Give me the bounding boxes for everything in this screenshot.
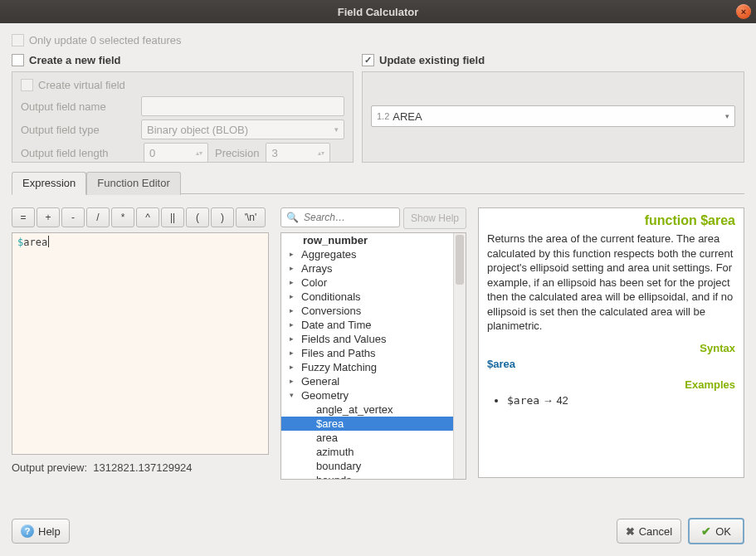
only-update-selected-label: Only update 0 selected features [29, 34, 182, 46]
checkbox-icon [12, 34, 24, 46]
tree-item-dollar-area[interactable]: $area [281, 417, 466, 431]
help-button-label: Help [38, 525, 61, 538]
help-icon: ? [21, 524, 34, 538]
checkbox-icon[interactable] [12, 54, 24, 66]
tree-item-angle-at-vertex[interactable]: angle_at_vertex [281, 402, 466, 417]
stepper-icon: ▴▾ [196, 149, 202, 157]
op-concat-button[interactable]: || [161, 207, 184, 227]
update-existing-field-label: Update existing field [379, 54, 485, 66]
tree-cat-fuzzy[interactable]: Fuzzy Matching [281, 360, 466, 374]
help-example-result: 42 [556, 394, 568, 407]
help-example-code: $area [507, 394, 539, 407]
expression-editor[interactable]: $area [12, 232, 269, 455]
chevron-down-icon: ▾ [334, 125, 339, 134]
output-preview-value: 1312821.137129924 [93, 461, 192, 474]
tab-function-editor[interactable]: Function Editor [86, 172, 180, 195]
tree-cat-conversions[interactable]: Conversions [281, 304, 466, 318]
only-update-selected-checkbox: Only update 0 selected features [12, 34, 182, 46]
existing-field-panel: 1.2 AREA ▾ [362, 71, 744, 163]
existing-field-value: AREA [393, 110, 422, 123]
output-field-name-input [141, 96, 344, 116]
output-preview-label: Output preview: [12, 461, 87, 474]
help-body: Returns the area of the current feature.… [487, 232, 735, 334]
search-icon: 🔍 [286, 212, 299, 223]
tree-item-boundary[interactable]: boundary [281, 459, 466, 473]
create-new-field-label: Create a new field [29, 54, 121, 66]
op-plus-button[interactable]: + [37, 207, 60, 227]
tree-cat-arrays[interactable]: Arrays [281, 261, 466, 276]
tree-cat-date-time[interactable]: Date and Time [281, 318, 466, 332]
checkbox-icon[interactable]: ✓ [362, 54, 374, 66]
cancel-button[interactable]: ✖ Cancel [617, 519, 681, 544]
create-virtual-field-checkbox: Create virtual field [21, 79, 125, 91]
tree-item-azimuth[interactable]: azimuth [281, 445, 466, 459]
window-title: Field Calculator [0, 6, 756, 18]
existing-field-select[interactable]: 1.2 AREA ▾ [371, 105, 735, 127]
operator-row: = + - / * ^ || ( ) '\n' [12, 207, 269, 227]
help-syntax-value: $area [487, 358, 735, 370]
op-minus-button[interactable]: - [61, 207, 85, 227]
close-icon: ✖ [626, 525, 635, 538]
help-syntax-label: Syntax [487, 342, 735, 354]
search-input[interactable] [302, 211, 394, 224]
scrollbar-thumb[interactable] [456, 235, 464, 285]
ok-button-label: OK [715, 525, 731, 538]
checkbox-icon [21, 79, 33, 91]
chevron-down-icon: ▾ [725, 112, 729, 120]
title-bar: Field Calculator × [0, 0, 756, 23]
precision-value: 3 [271, 147, 277, 159]
tab-expression[interactable]: Expression [12, 172, 86, 195]
output-field-length-input: 0 ▴▾ [144, 143, 208, 163]
tree-row-number[interactable]: row_number [281, 233, 466, 247]
op-rparen-button[interactable]: ) [211, 207, 234, 227]
output-field-length-label: Output field length [21, 147, 137, 159]
tree-cat-aggregates[interactable]: Aggregates [281, 247, 466, 261]
output-field-length-value: 0 [149, 147, 155, 159]
ok-button[interactable]: ✔ OK [688, 518, 744, 544]
function-tree[interactable]: row_number Aggregates Arrays Color Condi… [280, 232, 466, 480]
field-type-prefix: 1.2 [377, 111, 389, 121]
precision-input: 3 ▴▾ [266, 143, 330, 163]
cancel-button-label: Cancel [639, 525, 672, 538]
output-preview: Output preview: 1312821.137129924 [12, 461, 269, 474]
stepper-icon: ▴▾ [318, 149, 324, 157]
output-field-name-label: Output field name [21, 100, 134, 113]
tree-cat-files-paths[interactable]: Files and Paths [281, 346, 466, 360]
help-example-arrow: → [539, 394, 556, 407]
update-existing-field-checkbox[interactable]: ✓ Update existing field [362, 54, 485, 66]
help-example-item: $area → 42 [507, 394, 735, 407]
tree-cat-fields-values[interactable]: Fields and Values [281, 332, 466, 346]
output-field-type-select: Binary object (BLOB) ▾ [141, 119, 344, 139]
output-field-type-value: Binary object (BLOB) [147, 124, 248, 136]
show-help-button: Show Help [403, 207, 466, 229]
tree-item-area[interactable]: area [281, 431, 466, 445]
op-caret-button[interactable]: ^ [136, 207, 159, 227]
output-field-type-label: Output field type [21, 124, 134, 136]
precision-label: Precision [215, 147, 259, 159]
close-icon[interactable]: × [736, 4, 751, 19]
new-field-panel: Create virtual field Output field name O… [12, 71, 354, 163]
check-icon: ✔ [701, 524, 711, 538]
help-title: function $area [487, 213, 735, 228]
help-examples-label: Examples [487, 378, 735, 391]
tree-scrollbar[interactable] [453, 233, 466, 479]
tree-cat-general[interactable]: General [281, 374, 466, 388]
function-search[interactable]: 🔍 [280, 207, 400, 227]
op-lparen-button[interactable]: ( [186, 207, 209, 227]
create-virtual-field-label: Create virtual field [38, 79, 125, 91]
op-slash-button[interactable]: / [86, 207, 110, 227]
tree-item-bounds[interactable]: bounds [281, 473, 466, 480]
op-star-button[interactable]: * [111, 207, 134, 227]
expr-ident: area [23, 237, 47, 248]
op-newline-button[interactable]: '\n' [236, 207, 266, 227]
tree-cat-color[interactable]: Color [281, 276, 466, 290]
tree-cat-geometry[interactable]: Geometry [281, 388, 466, 402]
text-cursor-icon [48, 236, 49, 247]
create-new-field-checkbox[interactable]: Create a new field [12, 54, 121, 66]
function-help-panel: function $area Returns the area of the c… [478, 207, 744, 478]
help-button[interactable]: ? Help [12, 519, 70, 544]
op-eq-button[interactable]: = [12, 207, 35, 227]
tree-cat-conditionals[interactable]: Conditionals [281, 290, 466, 304]
